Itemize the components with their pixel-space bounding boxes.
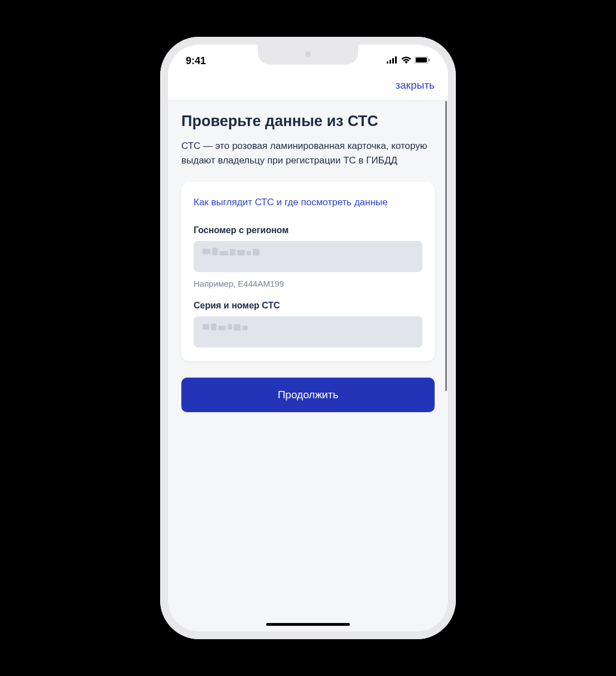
content-area: Проверьте данные из СТС СТС — это розова… xyxy=(168,101,448,631)
svg-rect-2 xyxy=(392,58,394,64)
battery-icon xyxy=(415,56,430,66)
svg-rect-6 xyxy=(429,59,430,61)
phone-screen: 9:41 закрыть Проверьте данные из СТС СТС xyxy=(168,45,448,631)
field-group-sts: Серия и номер СТС xyxy=(194,301,422,347)
svg-rect-0 xyxy=(387,61,388,64)
home-indicator[interactable] xyxy=(266,623,350,626)
svg-rect-3 xyxy=(395,56,397,64)
phone-notch xyxy=(258,45,358,65)
status-time: 9:41 xyxy=(186,55,206,67)
cellular-icon xyxy=(387,56,398,66)
wifi-icon xyxy=(401,56,411,66)
field-group-plate: Госномер с регионом xyxy=(194,225,422,288)
status-icons xyxy=(387,56,430,66)
phone-frame: 9:41 закрыть Проверьте данные из СТС СТС xyxy=(160,37,456,639)
scroll-indicator[interactable] xyxy=(445,101,447,391)
svg-rect-1 xyxy=(389,60,391,64)
continue-button[interactable]: Продолжить xyxy=(181,378,435,412)
plate-input[interactable] xyxy=(194,241,422,272)
page-description: СТС — это розовая ламинированная карточк… xyxy=(181,139,435,167)
plate-label: Госномер с регионом xyxy=(194,225,422,235)
sts-label: Серия и номер СТС xyxy=(194,301,422,311)
sts-input[interactable] xyxy=(194,316,422,347)
plate-hint: Например, Е444АМ199 xyxy=(194,279,422,288)
svg-rect-5 xyxy=(416,57,427,62)
form-card: Как выглядит СТС и где посмотреть данные… xyxy=(181,182,435,361)
help-link[interactable]: Как выглядит СТС и где посмотреть данные xyxy=(194,195,422,210)
nav-bar: закрыть xyxy=(168,73,448,101)
close-link[interactable]: закрыть xyxy=(396,79,435,91)
page-title: Проверьте данные из СТС xyxy=(181,112,435,130)
